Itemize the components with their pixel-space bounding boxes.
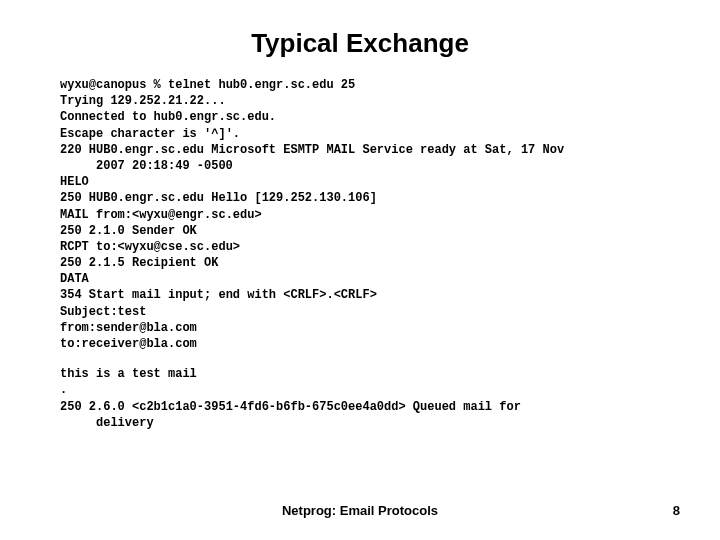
terminal-line: Escape character is '^]'.: [60, 126, 660, 142]
terminal-block-2: this is a test mail.250 2.6.0 <c2b1c1a0-…: [60, 366, 660, 431]
page-number: 8: [673, 503, 680, 518]
terminal-line: delivery: [60, 415, 660, 431]
terminal-line: 250 2.1.5 Recipient OK: [60, 255, 660, 271]
terminal-line: wyxu@canopus % telnet hub0.engr.sc.edu 2…: [60, 77, 660, 93]
slide-footer: Netprog: Email Protocols 8: [0, 503, 720, 518]
terminal-line: Connected to hub0.engr.sc.edu.: [60, 109, 660, 125]
terminal-line: .: [60, 382, 660, 398]
blank-line-gap: [60, 352, 660, 366]
slide-title: Typical Exchange: [60, 28, 660, 59]
terminal-line: RCPT to:<wyxu@cse.sc.edu>: [60, 239, 660, 255]
terminal-line: 250 2.1.0 Sender OK: [60, 223, 660, 239]
terminal-line: 2007 20:18:49 -0500: [60, 158, 660, 174]
terminal-line: 250 HUB0.engr.sc.edu Hello [129.252.130.…: [60, 190, 660, 206]
terminal-line: 220 HUB0.engr.sc.edu Microsoft ESMTP MAI…: [60, 142, 660, 158]
terminal-line: this is a test mail: [60, 366, 660, 382]
terminal-line: 354 Start mail input; end with <CRLF>.<C…: [60, 287, 660, 303]
terminal-block-1: wyxu@canopus % telnet hub0.engr.sc.edu 2…: [60, 77, 660, 352]
terminal-line: 250 2.6.0 <c2b1c1a0-3951-4fd6-b6fb-675c0…: [60, 399, 660, 415]
terminal-line: Subject:test: [60, 304, 660, 320]
slide: Typical Exchange wyxu@canopus % telnet h…: [0, 0, 720, 431]
terminal-line: DATA: [60, 271, 660, 287]
terminal-line: HELO: [60, 174, 660, 190]
footer-text: Netprog: Email Protocols: [0, 503, 720, 518]
terminal-line: MAIL from:<wyxu@engr.sc.edu>: [60, 207, 660, 223]
terminal-line: from:sender@bla.com: [60, 320, 660, 336]
terminal-line: Trying 129.252.21.22...: [60, 93, 660, 109]
terminal-line: to:receiver@bla.com: [60, 336, 660, 352]
